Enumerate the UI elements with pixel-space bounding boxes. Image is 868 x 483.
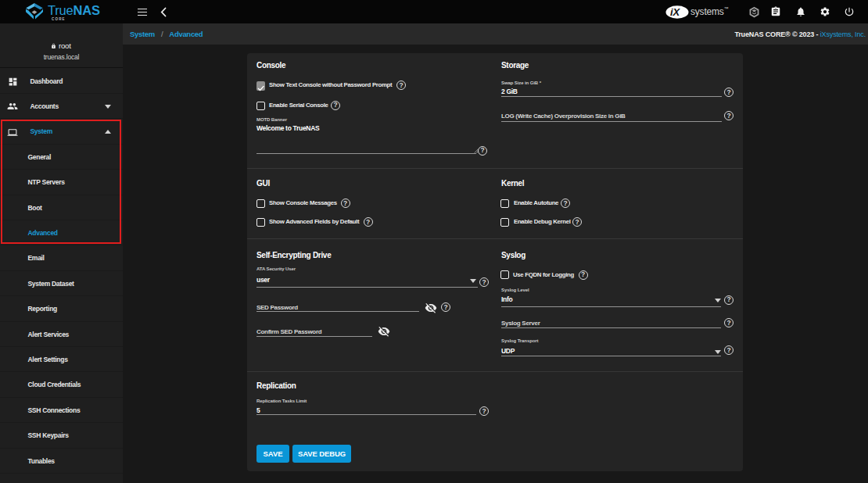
svg-text:iX: iX [670, 6, 681, 18]
